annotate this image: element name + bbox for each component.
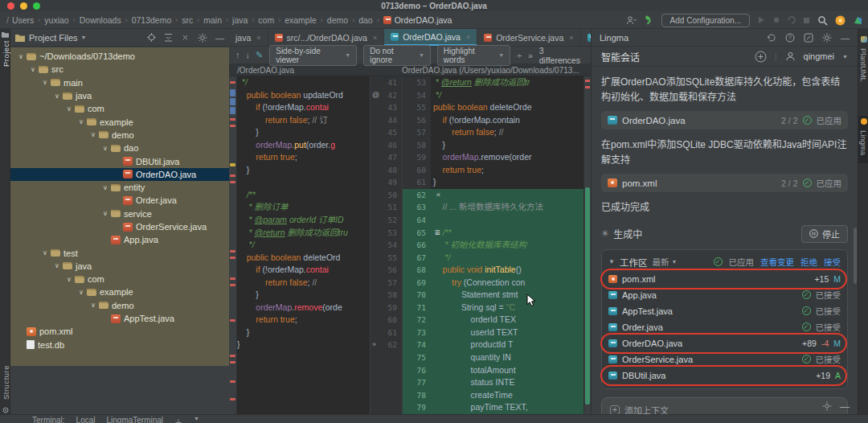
workspace-filter[interactable]: 最新▼ bbox=[652, 256, 677, 268]
breadcrumb-item[interactable]: Users bbox=[12, 15, 34, 25]
run-icon[interactable] bbox=[757, 16, 765, 24]
tree-chevron[interactable]: ∨ bbox=[89, 131, 97, 138]
tool-tab-lingma[interactable]: Lingma bbox=[858, 116, 868, 163]
chevron-down-icon[interactable]: ▼ bbox=[194, 416, 199, 421]
view-changes-link[interactable]: 查看变更 bbox=[760, 256, 794, 268]
diff-left-pane[interactable]: */ public boolean updateOrd if (!orderMa… bbox=[237, 76, 370, 414]
tree-chevron[interactable]: ∨ bbox=[29, 66, 37, 73]
project-view-selector[interactable]: Project Files bbox=[29, 33, 78, 43]
breadcrumb-item[interactable]: demo bbox=[327, 15, 348, 25]
tree-item-com[interactable]: ∨com bbox=[10, 102, 229, 115]
more-actions-icon[interactable]: » bbox=[528, 51, 533, 60]
chevron-down-icon[interactable]: ▼ bbox=[608, 258, 615, 265]
new-chat-icon[interactable] bbox=[804, 33, 813, 43]
hide-panel-icon[interactable]: — bbox=[841, 33, 850, 43]
new-session-icon[interactable] bbox=[755, 51, 767, 63]
user-name[interactable]: qingmei bbox=[804, 51, 835, 61]
workspace-file-dbutil-java[interactable]: DBUtil.java+19A bbox=[608, 368, 841, 384]
tree-item-example[interactable]: ∨example bbox=[10, 115, 229, 128]
tree-chevron[interactable]: ∨ bbox=[89, 302, 97, 309]
add-configuration-button[interactable]: Add Configuration... bbox=[661, 14, 750, 27]
tree-chevron[interactable]: ∨ bbox=[53, 92, 61, 100]
tree-item-demo[interactable]: ∨demo bbox=[10, 129, 229, 142]
viewer-mode-dropdown[interactable]: Side-by-side viewer▼ bbox=[269, 45, 357, 66]
breadcrumb-item[interactable]: yuxiao bbox=[44, 15, 68, 25]
sync-scroll-icon[interactable]: ÷ bbox=[517, 51, 522, 60]
workspace-file-orderservice-java[interactable]: OrderService.java✓已接受 bbox=[608, 351, 841, 368]
tree-item-dbutil-java[interactable]: DBUtil.java bbox=[10, 154, 229, 167]
breadcrumb-item[interactable]: 0713demo bbox=[132, 15, 172, 25]
tree-item-java[interactable]: ∨java bbox=[10, 89, 229, 102]
workspace-file-order-java[interactable]: Order.java✓已接受 bbox=[608, 319, 841, 335]
workspace-file-pom-xml[interactable]: pom.xml+15M bbox=[608, 271, 841, 287]
accept-link[interactable]: 接受 bbox=[824, 256, 841, 268]
tree-item-java[interactable]: ∨java bbox=[10, 260, 229, 273]
tree-item-app-java[interactable]: App.java bbox=[10, 233, 229, 246]
collapse-all-icon[interactable] bbox=[181, 33, 190, 42]
editor-tab-src-orderdao-java[interactable]: src/.../OrderDAO.java× bbox=[268, 29, 385, 46]
breadcrumb-item[interactable]: com bbox=[258, 15, 274, 25]
profile-icon[interactable] bbox=[626, 15, 637, 25]
change-marker-strip[interactable] bbox=[229, 76, 237, 414]
editor-tab-dbutil-java[interactable]: DBUtil.java× bbox=[581, 29, 592, 46]
reject-link[interactable]: 拒绝 bbox=[800, 256, 817, 268]
tree-item-pom-xml[interactable]: pom.xml bbox=[10, 325, 229, 338]
breadcrumb-item[interactable]: example bbox=[285, 15, 317, 25]
previous-difference-icon[interactable]: ↑ bbox=[235, 50, 240, 60]
tree-chevron[interactable]: ∨ bbox=[101, 145, 109, 152]
tree-item-demo[interactable]: ∨demo bbox=[10, 299, 229, 312]
breadcrumb-item[interactable]: src bbox=[182, 15, 193, 25]
edit-source-icon[interactable]: ✎ bbox=[256, 50, 263, 60]
terminal-tab-local[interactable]: Local bbox=[76, 416, 96, 423]
breadcrumb-item[interactable]: dao bbox=[358, 15, 373, 25]
expand-all-icon[interactable] bbox=[164, 33, 173, 42]
tree-item-com[interactable]: ∨com bbox=[10, 273, 229, 285]
coverage-icon[interactable] bbox=[788, 16, 796, 24]
file-card-pom[interactable]: pom.xml 2 / 2 ✓ 已应用 bbox=[601, 174, 848, 192]
tree-chevron[interactable]: ∨ bbox=[41, 79, 49, 86]
breadcrumb-item[interactable]: java bbox=[232, 15, 248, 25]
tree-chevron[interactable]: ∨ bbox=[77, 118, 85, 125]
breadcrumb-item[interactable]: main bbox=[203, 15, 222, 25]
hide-panel-icon[interactable]: — bbox=[215, 33, 224, 43]
tree-item-orderservice-java[interactable]: OrderService.java bbox=[10, 220, 229, 233]
gear-icon[interactable] bbox=[822, 401, 832, 411]
tree-item-orderdao-java[interactable]: OrderDAO.java bbox=[10, 168, 229, 181]
tree-item-src[interactable]: ∨src bbox=[10, 63, 229, 76]
gear-icon[interactable] bbox=[198, 33, 207, 43]
tree-item-test[interactable]: ∨test bbox=[10, 246, 229, 259]
gear-icon[interactable] bbox=[822, 33, 832, 43]
search-everywhere-icon[interactable] bbox=[817, 15, 828, 26]
editor-tab-java[interactable]: java× bbox=[229, 29, 268, 46]
stop-button[interactable]: 停止 bbox=[801, 225, 848, 243]
next-difference-icon[interactable]: ↓ bbox=[246, 50, 251, 60]
tree-item-example[interactable]: ∨example bbox=[10, 285, 229, 298]
tree-chevron[interactable]: ∨ bbox=[101, 210, 109, 217]
tree-item-order-java[interactable]: Order.java bbox=[10, 194, 229, 207]
tree-item-test-db[interactable]: test.db bbox=[10, 339, 229, 351]
lingma-plugin-icon[interactable] bbox=[835, 15, 845, 26]
file-card-orderdao[interactable]: OrderDAO.java 2 / 2 ✓ 已应用 bbox=[601, 111, 848, 129]
tree-item-apptest-java[interactable]: AppTest.java bbox=[10, 312, 229, 325]
scrollbar-thumb[interactable] bbox=[854, 228, 857, 284]
collapse-icon[interactable]: — bbox=[840, 401, 850, 413]
tree-item-main[interactable]: ∨main bbox=[10, 76, 229, 89]
tree-chevron[interactable]: ∨ bbox=[65, 276, 73, 283]
breadcrumb-item[interactable]: Downloads bbox=[80, 15, 121, 25]
tree-chevron[interactable]: ∨ bbox=[41, 249, 49, 257]
help-icon[interactable]: ? bbox=[785, 33, 795, 43]
tab-smart-chat[interactable]: 智能会话 bbox=[601, 50, 640, 64]
plantuml-plugin-icon[interactable] bbox=[853, 15, 863, 26]
stop-icon[interactable] bbox=[803, 17, 810, 24]
debug-icon[interactable] bbox=[772, 16, 780, 24]
terminal-tab-lingma[interactable]: LingmaTerminal bbox=[106, 416, 163, 423]
diff-right-pane[interactable]: * @return 删除成功返回tr */ public boolean del… bbox=[431, 76, 583, 414]
tree-chevron[interactable]: ∨ bbox=[53, 262, 61, 269]
tree-item-dao[interactable]: ∨dao bbox=[10, 142, 229, 154]
tool-tab-project[interactable]: Project bbox=[2, 40, 10, 67]
tool-tab-plantuml[interactable]: PlantUML bbox=[858, 34, 868, 85]
tool-tab-structure[interactable]: Structure bbox=[2, 365, 10, 400]
highlight-mode-dropdown[interactable]: Highlight words▼ bbox=[437, 45, 510, 66]
tree-item-entity[interactable]: ∨entity bbox=[10, 181, 229, 194]
workspace-file-orderdao-java[interactable]: OrderDAO.java+89-4M bbox=[608, 335, 841, 351]
